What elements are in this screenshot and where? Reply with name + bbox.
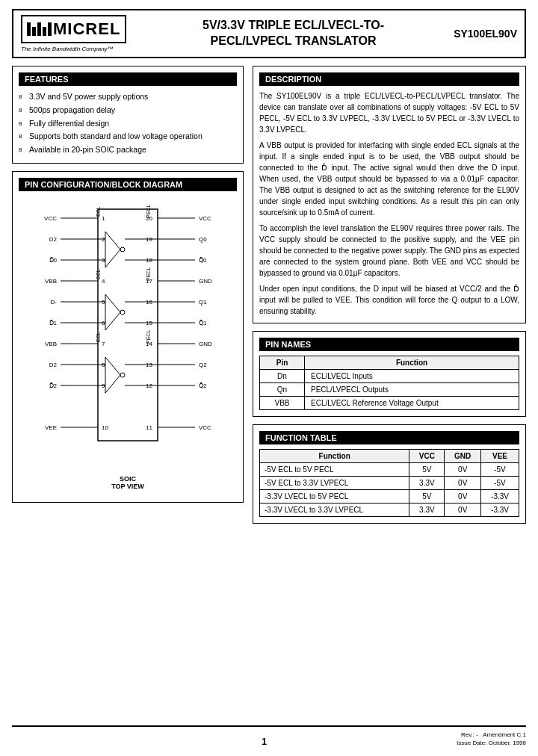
svg-text:D2: D2 bbox=[49, 236, 58, 243]
svg-text:GND: GND bbox=[199, 278, 212, 285]
svg-text:D̄0: D̄0 bbox=[49, 257, 58, 264]
table-row: -3.3V LVECL to 3.3V LVPECL 3.3V 0V -3.3V bbox=[260, 504, 519, 517]
svg-text:11: 11 bbox=[146, 424, 152, 431]
title-area: 5V/3.3V TRIPLE ECL/LVECL-TO- PECL/LVPECL… bbox=[152, 18, 435, 49]
vcc-col-header: VCC bbox=[409, 450, 445, 463]
vcc-cell: 3.3V bbox=[409, 504, 445, 517]
list-item: Available in 20-pin SOIC package bbox=[19, 143, 237, 157]
pin-names-header: PIN NAMES bbox=[259, 338, 519, 351]
table-row: -3.3V LVECL to 5V PECL 5V 0V -3.3V bbox=[260, 490, 519, 504]
table-row: Dn ECL/LVECL Inputs bbox=[260, 370, 519, 383]
pin-cell: VBB bbox=[260, 397, 305, 410]
diagram-area: VCC 1 D2 2 D̄0 3 VBB 4 bbox=[19, 196, 237, 496]
tagline: The Infinite Bandwidth Company™ bbox=[21, 46, 114, 52]
part-number: SY100EL90V bbox=[435, 28, 517, 40]
svg-text:10: 10 bbox=[102, 424, 108, 431]
func-cell: -5V ECL to 3.3V LVPECL bbox=[260, 477, 409, 490]
func-cell: -5V ECL to 5V PECL bbox=[260, 463, 409, 477]
svg-text:VEE: VEE bbox=[45, 424, 57, 431]
svg-text:VCC: VCC bbox=[199, 215, 211, 222]
footer-rev: Rev.: - Amendment C.1 Issue Date: Octobe… bbox=[457, 731, 526, 747]
svg-text:D̄2: D̄2 bbox=[49, 382, 58, 389]
logo-text: MICREL bbox=[53, 19, 120, 39]
gnd-cell: 0V bbox=[445, 463, 481, 477]
ic-diagram-svg: VCC 1 D2 2 D̄0 3 VBB 4 bbox=[31, 202, 225, 471]
logo-bar-3 bbox=[37, 22, 41, 36]
svg-text:Q0: Q0 bbox=[199, 236, 207, 243]
vcc-cell: 3.3V bbox=[409, 477, 445, 490]
function-cell: ECL/LVECL Inputs bbox=[305, 370, 519, 383]
vee-cell: -5V bbox=[481, 477, 519, 490]
function-table: Function VCC GND VEE -5V ECL to 5V PECL … bbox=[259, 449, 519, 517]
pin-cell: Dn bbox=[260, 370, 305, 383]
features-header: FEATURES bbox=[19, 72, 237, 86]
vee-col-header: VEE bbox=[481, 450, 519, 463]
vee-cell: -3.3V bbox=[481, 504, 519, 517]
svg-text:4: 4 bbox=[102, 278, 105, 285]
list-item: 500ps propagation delay bbox=[19, 104, 237, 117]
svg-text:ECL: ECL bbox=[96, 206, 101, 217]
logo-bar-2 bbox=[32, 27, 36, 36]
func-cell: -3.3V LVECL to 5V PECL bbox=[260, 490, 409, 504]
svg-point-78 bbox=[120, 373, 125, 377]
pin-config-header: PIN CONFIGURATION/BLOCK DIAGRAM bbox=[19, 178, 237, 191]
description-p2: A VBB output is provided for interfacing… bbox=[259, 140, 519, 218]
features-list: 3.3V and 5V power supply options 500ps p… bbox=[19, 90, 237, 157]
function-table-header: FUNCTION TABLE bbox=[259, 431, 519, 444]
logo-bar-5 bbox=[48, 22, 52, 36]
two-col: FEATURES 3.3V and 5V power supply option… bbox=[12, 66, 526, 725]
footer-page: 1 bbox=[262, 737, 267, 747]
svg-text:Q̄0: Q̄0 bbox=[199, 257, 207, 264]
gnd-cell: 0V bbox=[445, 477, 481, 490]
vcc-cell: 5V bbox=[409, 490, 445, 504]
pin-names-table: Pin Function Dn ECL/LVECL Inputs Qn PECL… bbox=[259, 356, 519, 410]
svg-text:GND: GND bbox=[199, 341, 212, 347]
svg-point-70 bbox=[120, 310, 125, 315]
function-col-header: Function bbox=[305, 356, 519, 370]
description-section: DESCRIPTION The SY100EL90V is a triple E… bbox=[253, 66, 526, 323]
list-item: Fully differential design bbox=[19, 117, 237, 131]
svg-text:ECL: ECL bbox=[96, 269, 101, 279]
vee-cell: -5V bbox=[481, 463, 519, 477]
svg-text:Q1: Q1 bbox=[199, 299, 207, 306]
table-row: -5V ECL to 3.3V LVPECL 3.3V 0V -5V bbox=[260, 477, 519, 490]
func-col-header: Function bbox=[260, 450, 409, 463]
logo-box: MICREL bbox=[21, 15, 126, 43]
list-item: 3.3V and 5V power supply options bbox=[19, 90, 237, 104]
description-p4: Under open input conditions, the D input… bbox=[259, 283, 519, 317]
svg-text:Q2: Q2 bbox=[199, 362, 207, 368]
svg-text:ECL: ECL bbox=[96, 332, 101, 342]
svg-text:1: 1 bbox=[102, 215, 105, 222]
main-title: 5V/3.3V TRIPLE ECL/LVECL-TO- PECL/LVPECL… bbox=[152, 18, 435, 49]
right-col: DESCRIPTION The SY100EL90V is a triple E… bbox=[253, 66, 526, 725]
pin-config-section: PIN CONFIGURATION/BLOCK DIAGRAM VCC 1 D2 bbox=[12, 171, 244, 503]
diagram-label: SOIC TOP VIEW bbox=[111, 475, 144, 490]
function-table-section: FUNCTION TABLE Function VCC GND VEE -5V … bbox=[253, 424, 526, 524]
svg-text:Q̄2: Q̄2 bbox=[199, 382, 207, 389]
function-cell: ECL/LVECL Reference Voltage Output bbox=[305, 397, 519, 410]
svg-text:VCC: VCC bbox=[199, 424, 211, 431]
logo-bar-1 bbox=[27, 22, 31, 36]
logo-area: MICREL The Infinite Bandwidth Company™ bbox=[21, 15, 137, 52]
table-row: -5V ECL to 5V PECL 5V 0V -5V bbox=[260, 463, 519, 477]
svg-text:VCC: VCC bbox=[44, 215, 57, 222]
description-p3: To accomplish the level translation the … bbox=[259, 223, 519, 279]
svg-text:7: 7 bbox=[102, 341, 105, 347]
svg-text:D̄1: D̄1 bbox=[49, 320, 58, 326]
footer: 1 Rev.: - Amendment C.1 Issue Date: Octo… bbox=[12, 725, 526, 747]
description-p1: The SY100EL90V is a triple ECL/LVECL-to-… bbox=[259, 90, 519, 135]
gnd-cell: 0V bbox=[445, 490, 481, 504]
svg-text:PECL: PECL bbox=[146, 329, 151, 343]
table-row: VBB ECL/LVECL Reference Voltage Output bbox=[260, 397, 519, 410]
svg-text:PECL: PECL bbox=[146, 267, 151, 280]
vee-cell: -3.3V bbox=[481, 490, 519, 504]
page: MICREL The Infinite Bandwidth Company™ 5… bbox=[0, 0, 538, 756]
vcc-cell: 5V bbox=[409, 463, 445, 477]
left-col: FEATURES 3.3V and 5V power supply option… bbox=[12, 66, 244, 725]
svg-point-62 bbox=[120, 247, 125, 252]
function-cell: PECL/LVPECL Outputs bbox=[305, 383, 519, 397]
svg-text:Q̄1: Q̄1 bbox=[199, 320, 207, 326]
svg-text:VBB: VBB bbox=[45, 278, 57, 285]
description-header: DESCRIPTION bbox=[259, 72, 519, 86]
logo-m-bars bbox=[27, 22, 52, 36]
